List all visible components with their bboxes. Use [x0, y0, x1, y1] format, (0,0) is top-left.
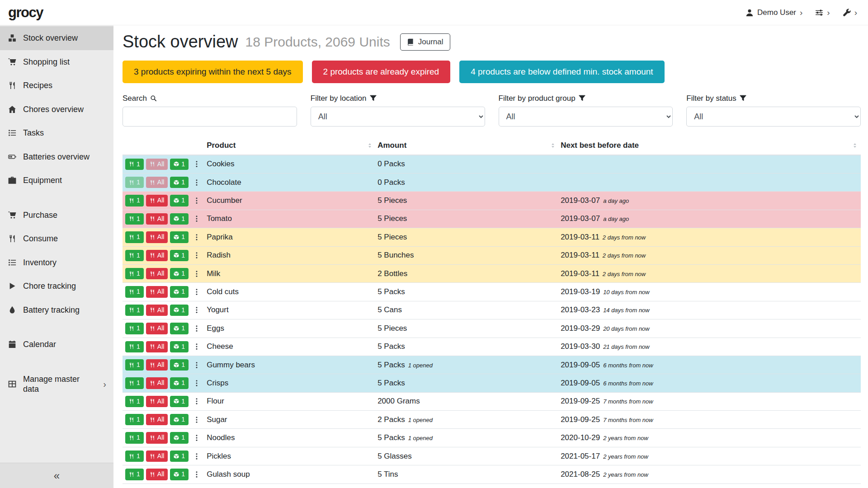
open-one-button[interactable]: 1	[170, 469, 189, 480]
product-group-select[interactable]: All	[499, 107, 673, 127]
consume-one-button[interactable]: 1	[125, 195, 144, 206]
consume-one-button[interactable]: 1	[125, 469, 144, 480]
consume-all-button[interactable]: All	[146, 377, 168, 389]
sidebar-item-consume[interactable]: Consume	[0, 227, 113, 251]
consume-one-button[interactable]: 1	[125, 377, 144, 389]
sidebar-item-equipment[interactable]: Equipment	[0, 169, 113, 192]
banner-expiring[interactable]: 3 products expiring within the next 5 da…	[123, 61, 303, 83]
admin-menu[interactable]: ›	[843, 8, 857, 17]
consume-one-button[interactable]: 1	[125, 359, 144, 371]
search-input[interactable]	[123, 107, 297, 127]
row-menu-kebab-icon[interactable]	[193, 325, 200, 332]
consume-all-button[interactable]: All	[146, 323, 168, 334]
consume-all-button[interactable]: All	[146, 414, 168, 425]
banner-expired[interactable]: 2 products are already expired	[312, 61, 451, 83]
consume-one-button[interactable]: 1	[125, 213, 144, 225]
row-menu-kebab-icon[interactable]	[193, 343, 200, 350]
consume-all-button[interactable]: All	[146, 250, 168, 261]
row-menu-kebab-icon[interactable]	[193, 160, 200, 168]
open-one-button[interactable]: 1	[170, 286, 189, 297]
sidebar-item-manage-master-data[interactable]: Manage master data ›	[0, 367, 113, 401]
status-select[interactable]: All	[686, 107, 861, 127]
consume-all-button[interactable]: All	[146, 341, 168, 352]
row-menu-kebab-icon[interactable]	[193, 361, 200, 369]
consume-all-button[interactable]: All	[146, 195, 168, 206]
row-menu-kebab-icon[interactable]	[193, 288, 200, 296]
row-menu-kebab-icon[interactable]	[193, 434, 200, 441]
consume-one-button[interactable]: 1	[125, 177, 144, 188]
consume-one-button[interactable]: 1	[125, 286, 144, 297]
row-menu-kebab-icon[interactable]	[193, 416, 200, 423]
consume-all-button[interactable]: All	[146, 305, 168, 316]
row-menu-kebab-icon[interactable]	[193, 398, 200, 405]
row-menu-kebab-icon[interactable]	[193, 234, 200, 241]
open-one-button[interactable]: 1	[170, 341, 189, 352]
row-menu-kebab-icon[interactable]	[193, 197, 200, 204]
banner-below-min-stock[interactable]: 4 products are below defined min. stock …	[459, 61, 664, 83]
open-one-button[interactable]: 1	[170, 396, 189, 407]
row-menu-kebab-icon[interactable]	[193, 471, 200, 478]
consume-all-button[interactable]: All	[146, 450, 168, 462]
consume-all-button[interactable]: All	[146, 231, 168, 243]
journal-button[interactable]: Journal	[400, 33, 450, 51]
consume-all-button[interactable]: All	[146, 469, 168, 480]
open-one-button[interactable]: 1	[170, 213, 189, 225]
open-one-button[interactable]: 1	[170, 323, 189, 334]
sidebar-item-shopping-list[interactable]: Shopping list	[0, 50, 113, 74]
consume-all-button[interactable]: All	[146, 359, 168, 371]
open-one-button[interactable]: 1	[170, 414, 189, 425]
open-one-button[interactable]: 1	[170, 177, 189, 188]
consume-all-button[interactable]: All	[146, 213, 168, 225]
open-one-button[interactable]: 1	[170, 432, 189, 443]
consume-one-button[interactable]: 1	[125, 396, 144, 407]
consume-all-button[interactable]: All	[146, 286, 168, 297]
row-menu-kebab-icon[interactable]	[193, 179, 200, 186]
location-select[interactable]: All	[311, 107, 485, 127]
sidebar-item-battery-tracking[interactable]: Battery tracking	[0, 298, 113, 322]
app-logo[interactable]: grocy	[8, 5, 43, 21]
consume-all-button[interactable]: All	[146, 432, 168, 443]
consume-one-button[interactable]: 1	[125, 323, 144, 334]
consume-all-button[interactable]: All	[146, 159, 168, 170]
column-header-product[interactable]: Product	[205, 136, 376, 155]
open-one-button[interactable]: 1	[170, 231, 189, 243]
open-one-button[interactable]: 1	[170, 450, 189, 462]
open-one-button[interactable]: 1	[170, 159, 189, 170]
consume-one-button[interactable]: 1	[125, 432, 144, 443]
open-one-button[interactable]: 1	[170, 305, 189, 316]
consume-one-button[interactable]: 1	[125, 414, 144, 425]
sidebar-item-tasks[interactable]: Tasks	[0, 121, 113, 145]
column-header-amount[interactable]: Amount	[376, 136, 559, 155]
sidebar-item-purchase[interactable]: Purchase	[0, 203, 113, 227]
open-one-button[interactable]: 1	[170, 195, 189, 206]
row-menu-kebab-icon[interactable]	[193, 215, 200, 222]
sidebar-item-stock-overview[interactable]: Stock overview	[0, 26, 113, 50]
consume-all-button[interactable]: All	[146, 268, 168, 279]
consume-all-button[interactable]: All	[146, 177, 168, 188]
consume-one-button[interactable]: 1	[125, 305, 144, 316]
row-menu-kebab-icon[interactable]	[193, 306, 200, 314]
sidebar-item-calendar[interactable]: Calendar	[0, 333, 113, 357]
user-menu[interactable]: Demo User ›	[745, 8, 802, 17]
open-one-button[interactable]: 1	[170, 377, 189, 389]
settings-menu[interactable]: ›	[815, 8, 830, 17]
consume-one-button[interactable]: 1	[125, 250, 144, 261]
consume-one-button[interactable]: 1	[125, 231, 144, 243]
consume-one-button[interactable]: 1	[125, 341, 144, 352]
column-header-best-before[interactable]: Next best before date	[559, 136, 861, 155]
sidebar-item-chore-tracking[interactable]: Chore tracking	[0, 274, 113, 298]
sidebar-item-inventory[interactable]: Inventory	[0, 251, 113, 275]
row-menu-kebab-icon[interactable]	[193, 252, 200, 259]
sidebar-collapse-button[interactable]: «	[0, 463, 113, 488]
consume-one-button[interactable]: 1	[125, 450, 144, 462]
consume-one-button[interactable]: 1	[125, 159, 144, 170]
open-one-button[interactable]: 1	[170, 268, 189, 279]
row-menu-kebab-icon[interactable]	[193, 380, 200, 387]
sidebar-item-chores-overview[interactable]: Chores overview	[0, 98, 113, 122]
consume-one-button[interactable]: 1	[125, 268, 144, 279]
row-menu-kebab-icon[interactable]	[193, 453, 200, 460]
open-one-button[interactable]: 1	[170, 359, 189, 371]
row-menu-kebab-icon[interactable]	[193, 270, 200, 277]
sidebar-item-recipes[interactable]: Recipes	[0, 74, 113, 98]
open-one-button[interactable]: 1	[170, 250, 189, 261]
